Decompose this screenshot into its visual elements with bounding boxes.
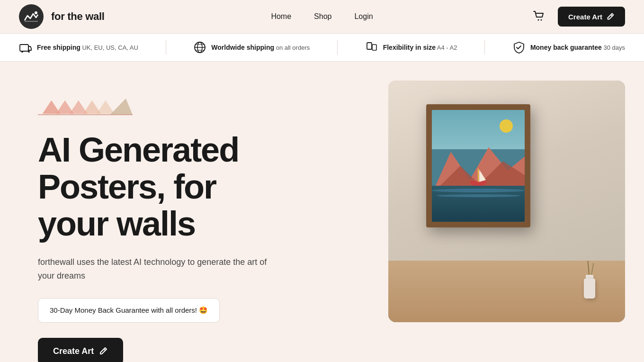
free-shipping-rest: UK, EU, US, CA, AU: [80, 44, 138, 51]
worldwide-shipping-rest: on all orders: [274, 44, 310, 51]
nav-link-login[interactable]: Login: [354, 12, 373, 21]
hero-section: AI Generated Posters, for your walls for…: [0, 62, 644, 362]
vase-body: [584, 279, 595, 299]
free-shipping-bold: Free shipping: [37, 44, 80, 51]
hero-image-inner: [388, 81, 625, 322]
artwork-frame: [426, 104, 530, 227]
resize-icon: [365, 41, 378, 54]
pencil-icon-nav: [606, 12, 615, 21]
water-wave-2: [437, 194, 520, 197]
create-art-hero-label: Create Art: [53, 346, 94, 356]
svg-marker-15: [110, 99, 133, 115]
boat-sail: [479, 170, 486, 182]
flexibility-rest: A4 - A2: [436, 44, 457, 51]
hero-logo-mark: [38, 95, 369, 120]
cart-icon: [532, 9, 546, 23]
svg-point-0: [35, 11, 37, 14]
artwork-boat: [470, 178, 487, 186]
water-wave-1: [432, 189, 525, 192]
info-free-shipping: Free shipping UK, EU, US, CA, AU: [19, 41, 138, 54]
money-back-rest: 30 days: [602, 44, 625, 51]
nav-link-shop[interactable]: Shop: [314, 12, 331, 21]
flexibility-text: Flexibility in size A4 - A2: [383, 44, 457, 51]
svg-point-5: [28, 51, 30, 53]
create-art-hero-button[interactable]: Create Art: [38, 338, 123, 362]
pencil-icon-hero: [98, 346, 108, 356]
hero-title: AI Generated Posters, for your walls: [38, 132, 369, 242]
info-worldwide-shipping: Worldwide shipping on all orders: [193, 41, 310, 54]
svg-point-1: [538, 19, 539, 20]
nav-links: Home Shop Login: [271, 12, 373, 21]
logo-circle[interactable]: [19, 4, 44, 29]
nav-link-home[interactable]: Home: [271, 12, 291, 21]
svg-rect-9: [372, 45, 376, 50]
guarantee-badge: 30-Day Money Back Guarantee with all ord…: [38, 298, 220, 323]
info-money-back: Money back guarantee 30 days: [512, 41, 625, 54]
cart-button[interactable]: [529, 7, 548, 27]
money-back-bold: Money back guarantee: [530, 44, 602, 51]
info-divider-2: [337, 40, 338, 54]
create-art-nav-button[interactable]: Create Art: [558, 7, 625, 27]
hero-title-line1: AI Generated Posters, for: [38, 131, 239, 206]
decorative-vase: [582, 272, 597, 299]
hero-content: AI Generated Posters, for your walls for…: [38, 81, 369, 362]
worldwide-shipping-text: Worldwide shipping on all orders: [211, 44, 310, 51]
info-divider-1: [166, 40, 166, 54]
globe-icon: [193, 41, 206, 54]
zigzag-logo: [38, 95, 133, 118]
flexibility-bold: Flexibility in size: [383, 44, 436, 51]
artwork-water: [432, 186, 525, 222]
svg-marker-14: [97, 100, 115, 114]
nav-right: Create Art: [529, 7, 625, 27]
info-flexibility: Flexibility in size A4 - A2: [365, 41, 457, 54]
hero-subtitle: forthewall uses the latest AI technology…: [38, 255, 284, 283]
nav-brand: for the wall: [19, 4, 105, 29]
svg-point-2: [541, 19, 542, 20]
navbar: for the wall Home Shop Login Create Art: [0, 0, 644, 33]
worldwide-shipping-bold: Worldwide shipping: [211, 44, 274, 51]
logo-icon: [23, 8, 40, 25]
shield-icon: [512, 41, 526, 54]
hero-title-line2: your walls: [38, 205, 195, 243]
money-back-text: Money back guarantee 30 days: [530, 44, 625, 51]
info-bar: Free shipping UK, EU, US, CA, AU Worldwi…: [0, 33, 644, 62]
artwork-canvas: [432, 110, 525, 222]
create-art-nav-label: Create Art: [568, 13, 602, 21]
boat-mast: [478, 169, 479, 182]
svg-point-4: [21, 51, 23, 53]
site-title: for the wall: [51, 10, 105, 23]
svg-rect-3: [20, 45, 28, 51]
hero-image: [388, 81, 625, 322]
svg-rect-8: [367, 43, 372, 49]
info-divider-3: [484, 40, 485, 54]
artwork-sun: [500, 119, 513, 133]
free-shipping-text: Free shipping UK, EU, US, CA, AU: [37, 44, 138, 51]
shipping-icon: [19, 41, 32, 54]
